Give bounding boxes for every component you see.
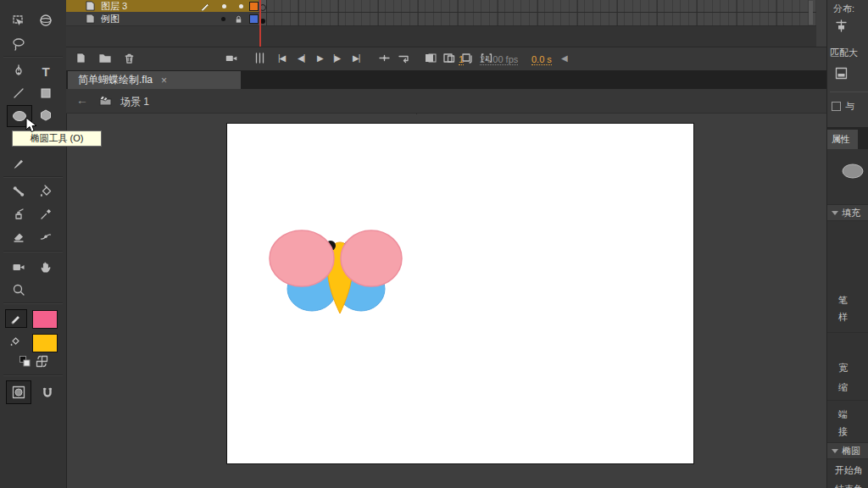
playhead[interactable]: [259, 0, 261, 47]
document-tab[interactable]: 简单蝴蝶绘制.fla ×: [68, 71, 241, 89]
stroke-pencil-icon: [9, 312, 23, 325]
tab-properties[interactable]: 属性: [827, 130, 858, 149]
new-folder-button[interactable]: [98, 52, 112, 68]
timeline-frames-area[interactable]: [259, 0, 816, 47]
butterfly-left-upper-wing[interactable]: [270, 230, 334, 286]
ellipse-section-label: 椭圆: [842, 445, 860, 458]
butterfly-drawing[interactable]: [227, 124, 693, 463]
step-forward-button[interactable]: |▶: [333, 53, 340, 63]
hand-tool[interactable]: [34, 257, 58, 277]
properties-body: [827, 149, 868, 488]
elapsed-time[interactable]: 0.0 s: [531, 54, 552, 65]
timeline-toolbar: |◀ ◀| ▶ |▶ ▶| 1 24.00 fps 0.0 s ◀: [66, 47, 826, 71]
lasso-icon: [11, 36, 26, 52]
add-camera-button[interactable]: [225, 52, 238, 68]
gradient-transform-tool[interactable]: [34, 10, 58, 30]
align-to-stage-checkbox[interactable]: [832, 102, 841, 111]
layer-visibility-dot[interactable]: [221, 17, 225, 21]
lasso-tool[interactable]: [7, 34, 31, 54]
edit-bar: ← 场景 1: [66, 89, 826, 114]
panel-divider: [830, 92, 868, 92]
camera-tool[interactable]: [7, 257, 31, 277]
fill-section-label: 填充: [842, 207, 860, 219]
loop-playback-button[interactable]: [397, 52, 410, 68]
cap-row-label: 端: [838, 408, 848, 421]
rotate-3d-icon: [38, 13, 53, 28]
layer-name: 例图: [101, 13, 199, 25]
zoom-tool[interactable]: [7, 280, 31, 300]
back-button[interactable]: ←: [76, 93, 88, 107]
collapse-triangle-icon: [832, 211, 838, 215]
properties-tab-label: 属性: [832, 133, 850, 146]
stroke-color-button[interactable]: [5, 309, 27, 328]
layer-visibility-dot[interactable]: [222, 4, 226, 8]
match-size-button[interactable]: [834, 66, 849, 84]
fill-color-button[interactable]: [5, 333, 25, 350]
new-layer-button[interactable]: [75, 52, 87, 68]
fill-color-swatch[interactable]: [32, 334, 58, 352]
selected-shape-preview-icon: [839, 163, 865, 180]
eyedropper-tool[interactable]: [34, 204, 58, 225]
lock-icon[interactable]: [234, 14, 243, 24]
scene-breadcrumb[interactable]: 场景 1: [120, 95, 149, 109]
section-ellipse-options[interactable]: 椭圆: [827, 442, 868, 459]
eraser-tool[interactable]: [7, 226, 31, 247]
frame-rate[interactable]: 24.00 fps: [480, 54, 518, 65]
free-transform-icon: [11, 13, 26, 28]
layer-row[interactable]: 例图: [66, 12, 259, 26]
center-playhead-button[interactable]: [378, 52, 391, 68]
swap-colors-button[interactable]: [34, 353, 49, 369]
layer-outline-color[interactable]: [249, 14, 259, 24]
goto-first-frame-button[interactable]: |◀: [278, 53, 285, 63]
properties-tab-strip: 属性: [827, 127, 868, 149]
bone-tool[interactable]: [7, 181, 31, 202]
document-tab-title: 简单蝴蝶绘制.fla: [78, 73, 153, 87]
pen-tool[interactable]: [7, 61, 31, 81]
mouse-cursor: [25, 117, 37, 134]
camera-icon: [11, 259, 26, 274]
layer-editing-pencil-icon: [200, 1, 210, 11]
paint-bucket-tool[interactable]: [34, 181, 58, 202]
layer-row-selected[interactable]: 图层 3: [66, 0, 259, 12]
butterfly-right-upper-wing[interactable]: [341, 230, 402, 286]
frames-scroll-strip[interactable]: [809, 1, 813, 25]
frames-row[interactable]: [259, 13, 816, 26]
text-tool[interactable]: T: [34, 61, 58, 81]
layer-page-icon: [85, 1, 96, 11]
document-tab-bar: 简单蝴蝶绘制.fla ×: [66, 70, 826, 89]
onion-skin-button[interactable]: [424, 52, 437, 68]
width-row-label: 宽: [838, 362, 848, 374]
panel-divider: [827, 332, 868, 333]
onion-skin-outlines-button[interactable]: [442, 52, 456, 68]
goto-last-frame-button[interactable]: ▶|: [353, 53, 359, 63]
timeline-scroll-left-button[interactable]: ◀: [561, 53, 567, 63]
width-tool[interactable]: [34, 226, 58, 247]
collapse-triangle-icon: [832, 449, 838, 453]
polystar-tool[interactable]: [34, 105, 58, 125]
default-colors-icon: [19, 355, 31, 368]
line-tool[interactable]: [7, 83, 31, 103]
layer-outline-color[interactable]: [249, 2, 259, 11]
delete-layer-button[interactable]: [123, 52, 136, 68]
free-transform-tool[interactable]: [7, 10, 31, 30]
step-back-button[interactable]: ◀|: [298, 53, 304, 63]
snap-to-objects-toggle[interactable]: [36, 383, 59, 403]
default-colors-button[interactable]: [17, 353, 32, 369]
ink-bottle-tool[interactable]: [7, 204, 31, 225]
frames-row[interactable]: [259, 0, 816, 13]
rectangle-tool[interactable]: [34, 83, 58, 103]
layer-lock-dot[interactable]: [239, 4, 243, 8]
distribute-center-button[interactable]: [834, 19, 849, 36]
show-parenting-button[interactable]: [254, 52, 265, 68]
paint-bucket-icon: [38, 184, 53, 199]
play-button[interactable]: ▶: [317, 53, 323, 63]
brush-tool[interactable]: [7, 154, 31, 175]
section-fill-and-stroke[interactable]: 填充: [827, 204, 868, 221]
close-tab-icon[interactable]: ×: [161, 75, 167, 86]
timeline-layers-panel: 图层 3 例图: [66, 0, 259, 47]
current-frame-number[interactable]: 1: [459, 54, 464, 65]
swap-colors-icon: [36, 355, 48, 368]
object-drawing-toggle[interactable]: [6, 380, 31, 404]
stage-canvas[interactable]: [227, 124, 693, 463]
stroke-color-swatch[interactable]: [32, 310, 58, 329]
